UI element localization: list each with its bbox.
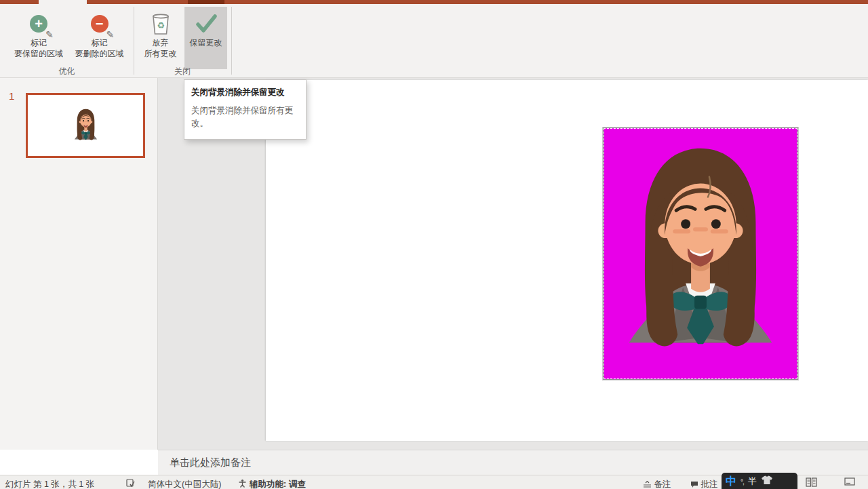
mark-remove-label-line2: 要删除的区域	[75, 48, 124, 59]
ime-punctuation-mode[interactable]: °,	[741, 478, 744, 486]
comments-toggle[interactable]: 批注	[690, 479, 717, 489]
discard-label-line2: 所有更改	[144, 48, 177, 59]
ribbon-background-removal: + ✎ 标记 要保留的区域 − ✎ 标记 要删除的区域 优化 ♻ 放弃 所有更改	[0, 4, 868, 78]
reading-view-icon[interactable]	[844, 477, 855, 488]
svg-text:♻: ♻	[157, 20, 165, 31]
group-divider	[134, 7, 134, 75]
notes-placeholder: 单击此处添加备注	[170, 456, 251, 469]
language-status[interactable]: 简体中文(中国大陆)	[148, 479, 221, 489]
slide-thumbnail-panel: 1	[0, 78, 158, 450]
keep-changes-button[interactable]: 保留更改	[184, 7, 227, 69]
spellcheck-icon[interactable]	[126, 479, 135, 488]
slide-number: 1	[9, 90, 14, 102]
comments-toggle-label: 批注	[701, 480, 717, 489]
tooltip-title: 关闭背景消除并保留更改	[191, 87, 299, 98]
minus-pencil-icon: − ✎	[91, 10, 108, 37]
discard-all-changes-button[interactable]: ♻ 放弃 所有更改	[139, 7, 182, 69]
mark-areas-to-keep-button[interactable]: + ✎ 标记 要保留的区域	[8, 7, 69, 69]
thumbnail-avatar-image	[71, 106, 101, 145]
notes-toggle-label: 备注	[654, 480, 671, 489]
slide-count-status: 幻灯片 第 1 张，共 1 张	[5, 479, 94, 489]
tooltip-body: 关闭背景消除并保留所有更改。	[191, 104, 299, 131]
ime-language-mode[interactable]: 中	[726, 475, 736, 489]
mark-keep-label-line1: 标记	[31, 37, 47, 48]
accessibility-status[interactable]: 辅助功能: 调查	[250, 479, 306, 489]
group-label-refine: 优化	[0, 66, 134, 77]
ime-width-mode[interactable]: 半	[748, 475, 757, 488]
notes-toggle[interactable]: 备注	[643, 479, 671, 489]
keep-changes-label: 保留更改	[190, 37, 222, 48]
group-label-close: 关闭	[134, 66, 231, 77]
ime-toolbar[interactable]: 中 °, 半	[722, 473, 797, 489]
background-removal-image[interactable]	[603, 128, 798, 380]
mark-areas-to-remove-button[interactable]: − ✎ 标记 要删除的区域	[68, 7, 131, 69]
accessibility-icon	[238, 479, 247, 488]
notes-pane[interactable]: 单击此处添加备注	[158, 450, 868, 475]
avatar-image-magenta-overlay	[604, 128, 797, 379]
discard-label-line1: 放弃	[153, 37, 169, 48]
mark-remove-label-line1: 标记	[92, 37, 108, 48]
mark-keep-label-line2: 要保留的区域	[14, 48, 63, 59]
group-divider	[231, 7, 232, 75]
checkmark-icon	[194, 10, 218, 37]
keep-changes-tooltip: 关闭背景消除并保留更改 关闭背景消除并保留所有更改。	[184, 79, 307, 140]
plus-pencil-icon: + ✎	[30, 10, 47, 37]
ime-skin-shirt-icon[interactable]	[761, 475, 773, 488]
slide-canvas[interactable]	[266, 80, 868, 441]
slide-thumbnail[interactable]	[26, 93, 145, 158]
normal-view-icon[interactable]	[806, 477, 817, 489]
recycle-trash-icon: ♻	[151, 10, 171, 37]
